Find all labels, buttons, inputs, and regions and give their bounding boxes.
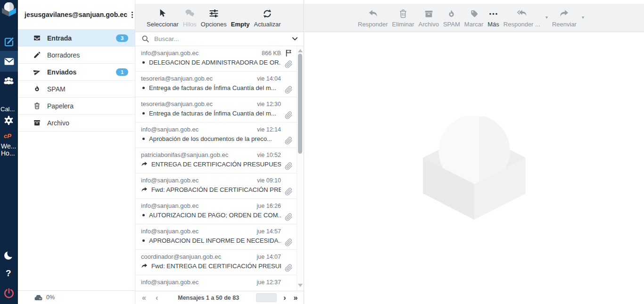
message-row[interactable]: tesoreria@sanjuan.gob.ec vie 12:30 Entre… (135, 97, 304, 123)
attachment-icon (284, 263, 293, 272)
threads-label: Hilos (183, 21, 197, 28)
reply-all-caret-icon[interactable]: ▾ (545, 15, 548, 20)
spam-button[interactable]: SPAM (443, 7, 460, 28)
list-toolbar: Seleccionar Hilos Opciones Empty Actuali… (135, 4, 304, 32)
select-button[interactable]: Seleccionar (147, 7, 179, 28)
disk-usage-icon (33, 293, 43, 303)
message-toolbar: Responder Eliminar Archivo SPAM Marcar M… (305, 4, 644, 32)
search-input[interactable] (154, 35, 291, 42)
reply-label: Responder (358, 21, 388, 28)
last-page-button[interactable]: » (294, 294, 298, 302)
message-meta-line: info@sanjuan.gob.ec vie 09:10 (141, 177, 281, 184)
message-subject: Fwd: APROBACIÓN DE CERTIFICACIÓN PRE... (151, 186, 281, 193)
message-row[interactable]: info@sanjuan.gob.ec vie 12:14 Aprobación… (135, 123, 304, 148)
next-page-button[interactable]: › (283, 294, 286, 302)
more-dots-icon (488, 9, 498, 19)
folder-item-archivo[interactable]: Archivo (18, 115, 135, 131)
message-row[interactable]: coordinador@sanjuan.gob.ec jue 14:07 Fwd… (135, 250, 304, 275)
sidebar-item-contacts[interactable] (2, 74, 15, 87)
folder-item-spam[interactable]: SPAM (18, 81, 135, 98)
reply-all-button[interactable]: Responder ... (504, 7, 540, 28)
cypht-watermark-icon (423, 116, 526, 220)
unread-dot (142, 239, 145, 242)
empty-state-watermark (423, 116, 526, 220)
prev-page-button[interactable]: ‹ (156, 294, 158, 302)
sidebar-item-settings[interactable] (3, 115, 15, 126)
folder-icon (33, 85, 41, 93)
webmail-home-line1: We... (1, 143, 16, 150)
folder-item-papelera[interactable]: Papelera (18, 98, 135, 115)
refresh-icon (262, 8, 272, 19)
scroll-down-arrow[interactable] (298, 284, 303, 287)
folder-icon (33, 34, 41, 42)
forward-button[interactable]: Reenviar (552, 7, 577, 28)
message-meta-line: tesoreria@sanjuan.gob.ec vie 12:30 (141, 100, 281, 107)
message-subject-line: Entrega de facturas de Ínfima Cuantía de… (141, 84, 281, 91)
options-label: Opciones (201, 21, 227, 28)
forwarded-icon (141, 263, 148, 270)
message-row[interactable]: patriciabonifas@sanjuan.gob.ec vie 10:52… (135, 148, 304, 173)
sidebar-item-calendar[interactable]: Cal... (0, 106, 18, 113)
forwarded-icon (141, 186, 148, 193)
reading-pane: Responder Eliminar Archivo SPAM Marcar M… (305, 0, 644, 304)
message-row[interactable]: info@sanjuan.gob.ec jue 16:26 AUTORIZACI… (135, 199, 304, 224)
logout-button[interactable] (3, 287, 15, 299)
folder-item-borradores[interactable]: Borradores (18, 47, 135, 64)
message-meta-line: info@sanjuan.gob.ec jue 14:57 (141, 228, 281, 235)
message-subject-line: DELEGACION DE ADMINISTRADORA DE OR... (141, 59, 281, 66)
message-subject: Fwd: ENTREGA DE CERTIFICACIÓN PRESUP... (151, 263, 281, 270)
message-row[interactable]: info@sanjuan.gob.ec vie 09:10 Fwd: APROB… (135, 173, 304, 199)
spam-label: SPAM (443, 21, 460, 28)
first-page-button[interactable]: « (142, 294, 146, 302)
empty-button[interactable]: Empty (231, 7, 250, 28)
gear-icon (3, 115, 15, 126)
unread-dot (142, 214, 145, 216)
message-row[interactable]: tesoreria@sanjuan.gob.ec vie 14:04 Entre… (135, 72, 304, 97)
tag-icon (469, 9, 479, 19)
mail-icon (3, 56, 15, 67)
message-row[interactable]: info@sanjuan.gob.ec jue 12:37 (135, 275, 304, 291)
select-label: Seleccionar (147, 21, 179, 28)
unread-badge: 1 (116, 68, 128, 76)
message-from: info@sanjuan.gob.ec (141, 202, 198, 209)
app-logo[interactable] (2, 2, 16, 16)
message-subject-line: Fwd: ENTREGA DE CERTIFICACIÓN PRESUP... (141, 263, 281, 270)
message-row[interactable]: info@sanjuan.gob.ec jue 14:57 APROBACION… (135, 224, 304, 250)
help-button[interactable]: ? (6, 268, 11, 279)
compose-button[interactable] (3, 36, 15, 48)
message-meta-line: info@sanjuan.gob.ec vie 12:14 (141, 126, 281, 133)
folder-item-enviados[interactable]: Enviados 1 (18, 64, 135, 81)
message-date: jue 16:26 (257, 203, 281, 209)
options-button[interactable]: Opciones (201, 7, 227, 28)
list-scrollbar[interactable] (297, 46, 304, 291)
more-button[interactable]: Más (487, 7, 499, 28)
forward-caret-icon[interactable]: ▾ (582, 15, 584, 20)
message-meta-line: info@sanjuan.gob.ec 866 KB (141, 49, 281, 57)
threads-button[interactable]: Hilos (183, 7, 197, 28)
message-date: vie 10:52 (257, 152, 281, 158)
message-from: tesoreria@sanjuan.gob.ec (141, 100, 213, 107)
folder-list: Entrada 3 Borradores Enviados 1 SPAM Pap… (18, 30, 135, 131)
archive-button[interactable]: Archivo (419, 7, 439, 28)
scroll-up-arrow[interactable] (298, 49, 303, 52)
attachment-icon (284, 162, 293, 171)
quota-row: 0% (18, 290, 135, 304)
sidebar-item-mail-active[interactable] (0, 51, 18, 72)
dark-mode-toggle[interactable] (3, 249, 15, 261)
scrollbar-thumb[interactable] (298, 54, 302, 154)
message-list-panel: Seleccionar Hilos Opciones Empty Actuali… (135, 0, 304, 304)
page-number-input[interactable] (256, 293, 277, 302)
message-subject-line: Entrega de facturas de Ínfima Cuantía de… (141, 110, 281, 117)
refresh-button[interactable]: Actualizar (254, 7, 281, 28)
message-row[interactable]: info@sanjuan.gob.ec 866 KB DELEGACION DE… (135, 46, 304, 72)
folder-item-entrada[interactable]: Entrada 3 (18, 30, 135, 47)
delete-button[interactable]: Eliminar (392, 7, 414, 28)
message-date: vie 12:14 (257, 126, 281, 133)
sidebar-item-cpanel[interactable]: cP (4, 132, 11, 140)
flag-button[interactable]: Marcar (464, 7, 483, 28)
folder-label: Borradores (47, 51, 128, 59)
message-date: vie 14:04 (257, 75, 281, 82)
search-expand-chevron-icon[interactable] (291, 35, 299, 43)
reply-button[interactable]: Responder (358, 7, 388, 28)
sidebar-item-webmail-home[interactable]: We... Ho... (1, 143, 16, 157)
